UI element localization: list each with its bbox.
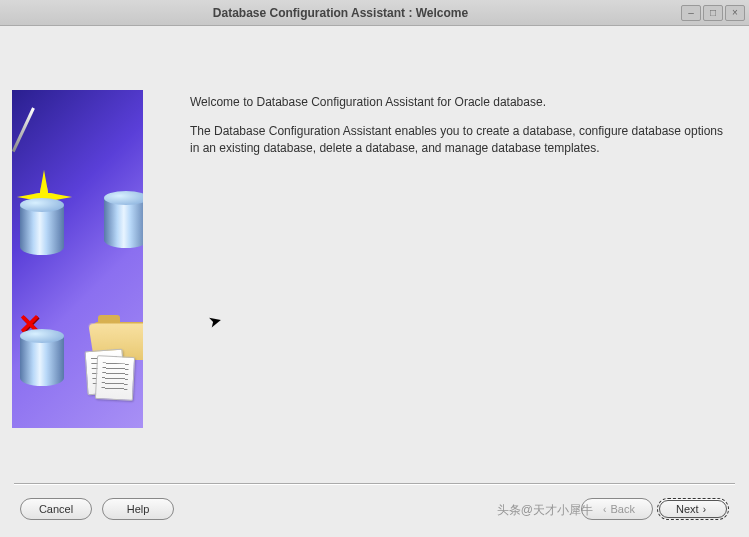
window-title: Database Configuration Assistant : Welco… — [0, 6, 681, 20]
cancel-button[interactable]: Cancel — [20, 498, 92, 520]
maximize-button[interactable]: □ — [703, 5, 723, 21]
content-area: ✕ Welcome to Database Configuration Assi… — [0, 26, 749, 537]
separator — [14, 483, 735, 485]
close-button[interactable]: × — [725, 5, 745, 21]
intro-text: Welcome to Database Configuration Assist… — [190, 94, 731, 111]
database-cylinder-icon — [20, 336, 64, 386]
wizard-sidebar-image: ✕ — [12, 90, 143, 428]
database-cylinder-icon — [20, 205, 64, 255]
help-button[interactable]: Help — [102, 498, 174, 520]
titlebar: Database Configuration Assistant : Welco… — [0, 0, 749, 26]
wand-icon — [32, 108, 35, 156]
next-button[interactable]: Next › — [657, 498, 729, 520]
description-text: The Database Configuration Assistant ena… — [190, 123, 731, 157]
back-button-label: Back — [610, 503, 634, 515]
chevron-left-icon: ‹ — [603, 504, 606, 515]
inner-panel: ✕ Welcome to Database Configuration Assi… — [6, 32, 743, 531]
dialog-window: Database Configuration Assistant : Welco… — [0, 0, 749, 537]
minimize-button[interactable]: – — [681, 5, 701, 21]
welcome-text: Welcome to Database Configuration Assist… — [190, 94, 731, 168]
chevron-right-icon: › — [703, 504, 706, 515]
window-controls: – □ × — [681, 5, 749, 21]
button-bar: Cancel Help ‹ Back Next › — [6, 487, 743, 531]
back-button: ‹ Back — [581, 498, 653, 520]
next-button-label: Next — [676, 503, 699, 515]
documents-icon — [86, 350, 134, 400]
database-cylinder-icon — [104, 198, 143, 248]
mouse-cursor-icon: ➤ — [206, 311, 223, 333]
